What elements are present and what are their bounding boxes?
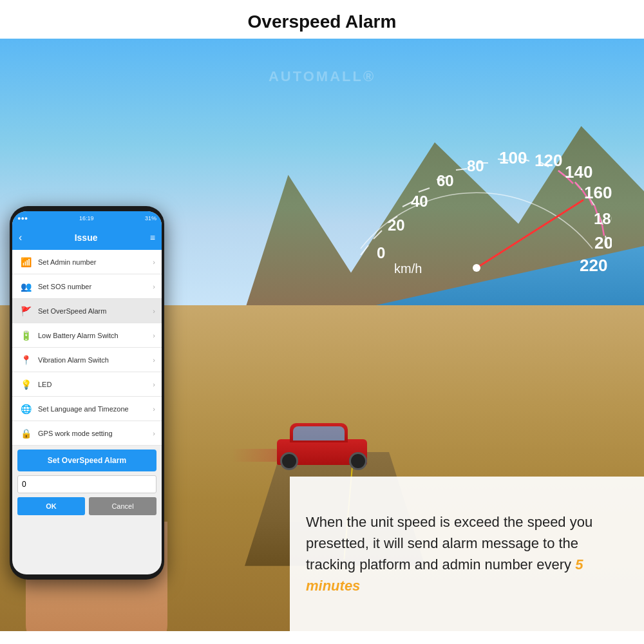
arrow-icon-5: › xyxy=(153,356,155,364)
ok-button[interactable]: OK xyxy=(17,497,85,515)
status-time: 16:19 xyxy=(79,215,94,222)
admin-label: Set Admin number xyxy=(38,258,153,266)
bottom-action: Set OverSpeed Alarm OK Cancel xyxy=(12,446,162,515)
admin-icon: 📶 xyxy=(19,255,33,269)
menu-item-language[interactable]: 🌐 Set Language and Timezone › xyxy=(12,397,162,421)
arrow-icon-2: › xyxy=(153,283,155,290)
phone-container: ●●● 16:19 31% ‹ Issue ≡ 📶 Set Admin numb… xyxy=(0,180,193,631)
arrow-icon-7: › xyxy=(153,405,155,413)
sos-icon: 👥 xyxy=(19,279,33,294)
description-text: When the unit speed is exceed the speed … xyxy=(306,511,628,596)
description-area: When the unit speed is exceed the speed … xyxy=(290,477,644,631)
svg-line-6 xyxy=(456,169,467,170)
arrow-icon-4: › xyxy=(153,332,155,339)
input-row xyxy=(17,475,156,493)
cancel-button[interactable]: Cancel xyxy=(89,497,156,515)
led-icon: 💡 xyxy=(19,377,33,392)
gps-icon: 🔒 xyxy=(19,426,33,440)
gps-label: GPS work mode setting xyxy=(38,430,153,437)
battery-icon: 🔋 xyxy=(19,328,33,343)
arrow-icon-6: › xyxy=(153,381,155,388)
set-overspeed-button[interactable]: Set OverSpeed Alarm xyxy=(17,450,156,471)
vibration-label: Vibration Alarm Switch xyxy=(38,356,153,364)
menu-list: 📶 Set Admin number › 👥 Set SOS number › … xyxy=(12,250,162,446)
page-title: Overspeed Alarm xyxy=(0,12,644,32)
svg-text:40: 40 xyxy=(411,193,428,210)
nav-title: Issue xyxy=(75,232,98,243)
overspeed-icon: 🚩 xyxy=(19,304,33,318)
red-car xyxy=(270,420,374,465)
action-buttons: OK Cancel xyxy=(17,497,156,515)
svg-text:100: 100 xyxy=(499,148,527,167)
svg-text:180: 180 xyxy=(594,210,612,227)
status-bar: ●●● 16:19 31% xyxy=(12,211,162,225)
menu-item-gps[interactable]: 🔒 GPS work mode setting › xyxy=(12,421,162,446)
motion-blur xyxy=(232,449,277,462)
arrow-icon-3: › xyxy=(153,307,155,315)
menu-item-sos[interactable]: 👥 Set SOS number › xyxy=(12,274,162,299)
svg-text:60: 60 xyxy=(437,172,454,189)
speed-input[interactable] xyxy=(17,475,156,493)
svg-text:120: 120 xyxy=(535,151,562,170)
vibration-icon: 📍 xyxy=(19,353,33,367)
svg-text:160: 160 xyxy=(584,183,612,202)
language-icon: 🌐 xyxy=(19,402,33,416)
signal-icon: ●●● xyxy=(17,215,28,222)
main-content: AUTOMALL® xyxy=(0,39,644,631)
svg-text:km/h: km/h xyxy=(394,261,422,276)
menu-item-vibration[interactable]: 📍 Vibration Alarm Switch › xyxy=(12,348,162,372)
menu-item-battery[interactable]: 🔋 Low Battery Alarm Switch › xyxy=(12,323,162,348)
arrow-icon: › xyxy=(153,258,155,266)
svg-line-37 xyxy=(477,200,583,268)
svg-text:140: 140 xyxy=(565,162,592,182)
title-area: Overspeed Alarm xyxy=(0,0,644,39)
language-label: Set Language and Timezone xyxy=(38,405,153,413)
arrow-icon-8: › xyxy=(153,430,155,437)
speedometer: 0 20 40 60 80 100 120 140 160 180 200 22… xyxy=(341,68,612,287)
description-before: When the unit speed is exceed the speed … xyxy=(306,514,592,573)
svg-point-38 xyxy=(473,264,480,272)
nav-bar: ‹ Issue ≡ xyxy=(12,225,162,250)
speedometer-svg: 0 20 40 60 80 100 120 140 160 180 200 22… xyxy=(341,68,612,287)
car-window xyxy=(293,426,345,440)
svg-text:200: 200 xyxy=(594,233,612,252)
svg-line-18 xyxy=(575,182,581,189)
menu-item-admin[interactable]: 📶 Set Admin number › xyxy=(12,250,162,274)
menu-icon[interactable]: ≡ xyxy=(150,232,155,243)
battery-label: Low Battery Alarm Switch xyxy=(38,332,153,339)
phone-body: ●●● 16:19 31% ‹ Issue ≡ 📶 Set Admin numb… xyxy=(10,206,164,580)
svg-text:220: 220 xyxy=(580,256,607,275)
battery-status: 31% xyxy=(145,215,156,222)
back-button[interactable]: ‹ xyxy=(19,232,22,243)
svg-line-4 xyxy=(419,188,430,192)
led-label: LED xyxy=(38,381,153,388)
menu-item-led[interactable]: 💡 LED › xyxy=(12,372,162,397)
svg-line-1 xyxy=(374,231,382,239)
menu-item-overspeed[interactable]: 🚩 Set OverSpeed Alarm › xyxy=(12,299,162,323)
sos-label: Set SOS number xyxy=(38,283,153,290)
phone-screen: ●●● 16:19 31% ‹ Issue ≡ 📶 Set Admin numb… xyxy=(12,211,162,574)
svg-text:20: 20 xyxy=(388,216,405,234)
svg-text:80: 80 xyxy=(467,157,484,175)
overspeed-label: Set OverSpeed Alarm xyxy=(38,307,153,315)
svg-text:0: 0 xyxy=(377,244,385,261)
